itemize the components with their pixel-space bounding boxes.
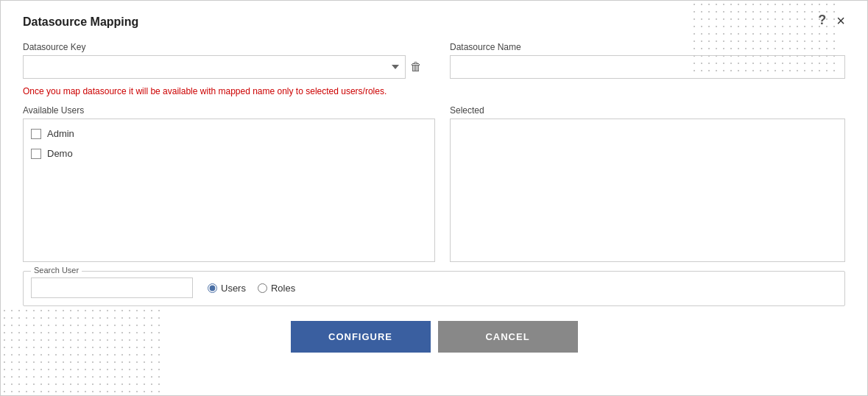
- available-users-section: Available Users Admin Demo: [23, 105, 435, 262]
- datasource-key-group: Datasource Key 🗑: [23, 42, 435, 79]
- available-users-list: Admin Demo: [23, 119, 435, 262]
- search-section-label: Search User: [31, 266, 82, 275]
- radio-group: Users Roles: [208, 283, 295, 294]
- roles-radio-text: Roles: [271, 283, 295, 294]
- search-user-input[interactable]: [31, 277, 193, 298]
- delete-icon[interactable]: 🗑: [410, 60, 422, 74]
- datasource-key-label: Datasource Key: [23, 42, 435, 52]
- search-section: Search User Users Roles: [23, 271, 845, 306]
- datasource-name-input[interactable]: [450, 55, 845, 79]
- help-icon[interactable]: ?: [818, 13, 826, 28]
- users-radio-label[interactable]: Users: [208, 283, 246, 294]
- demo-checkbox[interactable]: [31, 149, 41, 159]
- list-item[interactable]: Admin: [24, 124, 434, 144]
- top-fields-row: Datasource Key 🗑 Datasource Name: [23, 42, 845, 79]
- selected-section: Selected: [450, 105, 845, 262]
- roles-radio[interactable]: [258, 283, 267, 293]
- cancel-button[interactable]: CANCEL: [438, 321, 578, 353]
- datasource-name-label: Datasource Name: [450, 42, 845, 52]
- search-row: Users Roles: [31, 277, 837, 298]
- user-list: Admin Demo: [24, 119, 434, 168]
- roles-radio-label[interactable]: Roles: [258, 283, 295, 294]
- datasource-key-select[interactable]: [23, 55, 406, 79]
- users-radio[interactable]: [208, 283, 217, 293]
- key-input-row: 🗑: [23, 55, 435, 79]
- demo-label: Demo: [47, 148, 73, 159]
- panels-container: Available Users Admin Demo Selected: [23, 105, 845, 262]
- admin-label: Admin: [47, 128, 74, 139]
- admin-checkbox[interactable]: [31, 129, 41, 139]
- dialog-title: Datasource Mapping: [23, 15, 138, 29]
- available-users-label: Available Users: [23, 105, 435, 116]
- close-icon[interactable]: ×: [836, 13, 845, 28]
- dialog-header: Datasource Mapping ? ×: [23, 15, 845, 29]
- dialog-container: Datasource Mapping ? × Datasource Key 🗑 …: [0, 0, 868, 396]
- configure-button[interactable]: CONFIGURE: [291, 321, 431, 353]
- datasource-name-group: Datasource Name: [450, 42, 845, 79]
- warning-text: Once you map datasource it will be avail…: [23, 86, 845, 96]
- selected-label: Selected: [450, 105, 845, 116]
- action-buttons: CONFIGURE CANCEL: [23, 321, 845, 353]
- selected-list: [450, 119, 845, 262]
- users-radio-text: Users: [221, 283, 246, 294]
- header-actions: ? ×: [818, 13, 845, 28]
- list-item[interactable]: Demo: [24, 144, 434, 163]
